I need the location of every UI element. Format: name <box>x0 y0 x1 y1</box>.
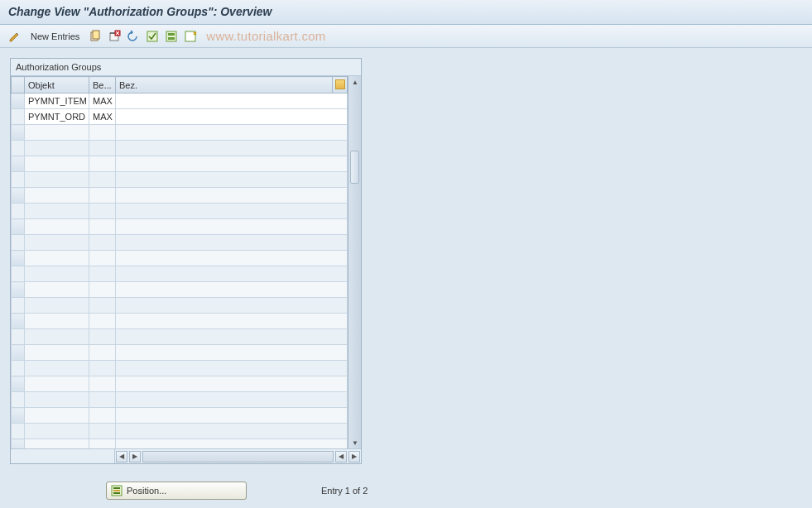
cell-bez[interactable] <box>116 141 348 156</box>
cell-be[interactable] <box>89 298 116 314</box>
table-row[interactable] <box>12 204 348 219</box>
cell-be[interactable] <box>89 125 116 141</box>
cell-objekt[interactable] <box>25 314 89 329</box>
row-selector[interactable] <box>12 172 25 188</box>
cell-be[interactable] <box>89 361 116 376</box>
select-all-icon[interactable] <box>144 28 161 45</box>
table-row[interactable] <box>12 392 348 408</box>
cell-be[interactable] <box>89 439 116 449</box>
col-selector[interactable] <box>12 77 25 93</box>
cell-objekt[interactable] <box>25 125 89 141</box>
cell-objekt[interactable] <box>25 298 89 314</box>
row-selector[interactable] <box>12 251 25 266</box>
table-row[interactable] <box>12 408 348 424</box>
cell-objekt[interactable] <box>25 172 89 188</box>
vertical-scrollbar[interactable]: ▲ ▼ <box>348 76 361 448</box>
delete-icon[interactable] <box>106 28 123 45</box>
cell-objekt[interactable] <box>25 282 89 298</box>
cell-objekt[interactable] <box>25 235 89 251</box>
row-selector[interactable] <box>12 188 25 204</box>
cell-be[interactable]: MAX <box>89 93 116 109</box>
cell-be[interactable] <box>89 141 116 156</box>
cell-bez[interactable] <box>116 172 348 188</box>
table-row[interactable] <box>12 266 348 282</box>
table-row[interactable] <box>12 282 348 298</box>
table-row[interactable] <box>12 172 348 188</box>
hscroll-right2-icon[interactable]: ▶ <box>348 451 360 462</box>
cell-bez[interactable] <box>116 266 348 282</box>
cell-bez[interactable] <box>116 219 348 235</box>
table-row[interactable] <box>12 156 348 172</box>
table-settings-button[interactable] <box>333 77 348 93</box>
cell-bez[interactable] <box>116 345 348 361</box>
row-selector[interactable] <box>12 125 25 141</box>
copy-icon[interactable] <box>87 28 103 45</box>
cell-be[interactable] <box>89 408 116 424</box>
scroll-up-icon[interactable]: ▲ <box>348 76 362 88</box>
col-objekt[interactable]: Objekt <box>25 77 89 93</box>
cell-bez[interactable] <box>116 109 348 125</box>
table-row[interactable] <box>12 219 348 235</box>
cell-objekt[interactable] <box>25 361 89 376</box>
cell-objekt[interactable]: PYMNT_ORD <box>25 109 89 125</box>
table-row[interactable] <box>12 125 348 141</box>
row-selector[interactable] <box>12 424 25 439</box>
cell-be[interactable] <box>89 188 116 204</box>
cell-be[interactable]: MAX <box>89 109 116 125</box>
hscroll-left2-icon[interactable]: ◀ <box>335 451 347 462</box>
cell-objekt[interactable] <box>25 188 89 204</box>
hscroll-left-icon[interactable]: ◀ <box>116 451 127 462</box>
cell-be[interactable] <box>89 204 116 219</box>
cell-bez[interactable] <box>116 376 348 392</box>
row-selector[interactable] <box>12 156 25 172</box>
cell-be[interactable] <box>89 392 116 408</box>
cell-be[interactable] <box>89 266 116 282</box>
cell-objekt[interactable] <box>25 424 89 439</box>
hscroll-track[interactable] <box>142 451 334 462</box>
cell-be[interactable] <box>89 282 116 298</box>
table-row[interactable] <box>12 439 348 449</box>
cell-bez[interactable] <box>116 424 348 439</box>
cell-bez[interactable] <box>116 329 348 345</box>
row-selector[interactable] <box>12 109 25 125</box>
change-icon[interactable] <box>7 28 23 45</box>
cell-bez[interactable] <box>116 314 348 329</box>
table-row[interactable] <box>12 314 348 329</box>
row-selector[interactable] <box>12 314 25 329</box>
row-selector[interactable] <box>12 329 25 345</box>
hscroll-right-icon[interactable]: ▶ <box>129 451 141 462</box>
new-entries-button[interactable]: New Entries <box>26 30 84 43</box>
cell-objekt[interactable] <box>25 204 89 219</box>
cell-bez[interactable] <box>116 251 348 266</box>
table-row[interactable] <box>12 298 348 314</box>
row-selector[interactable] <box>12 345 25 361</box>
cell-objekt[interactable] <box>25 156 89 172</box>
row-selector[interactable] <box>12 361 25 376</box>
row-selector[interactable] <box>12 282 25 298</box>
cell-be[interactable] <box>89 314 116 329</box>
cell-objekt[interactable] <box>25 345 89 361</box>
row-selector[interactable] <box>12 439 25 449</box>
scroll-down-icon[interactable]: ▼ <box>348 437 362 448</box>
cell-be[interactable] <box>89 219 116 235</box>
cell-bez[interactable] <box>116 392 348 408</box>
cell-bez[interactable] <box>116 235 348 251</box>
cell-objekt[interactable] <box>25 141 89 156</box>
row-selector[interactable] <box>12 93 25 109</box>
undo-icon[interactable] <box>125 28 142 45</box>
table-row[interactable] <box>12 361 348 376</box>
table-row[interactable] <box>12 141 348 156</box>
cell-bez[interactable] <box>116 361 348 376</box>
select-block-icon[interactable] <box>163 28 180 45</box>
row-selector[interactable] <box>12 141 25 156</box>
cell-bez[interactable] <box>116 408 348 424</box>
cell-be[interactable] <box>89 235 116 251</box>
table-row[interactable] <box>12 251 348 266</box>
deselect-all-icon[interactable] <box>182 28 199 45</box>
table-row[interactable] <box>12 424 348 439</box>
cell-objekt[interactable] <box>25 439 89 449</box>
cell-objekt[interactable] <box>25 392 89 408</box>
row-selector[interactable] <box>12 408 25 424</box>
cell-be[interactable] <box>89 376 116 392</box>
table-row[interactable] <box>12 376 348 392</box>
